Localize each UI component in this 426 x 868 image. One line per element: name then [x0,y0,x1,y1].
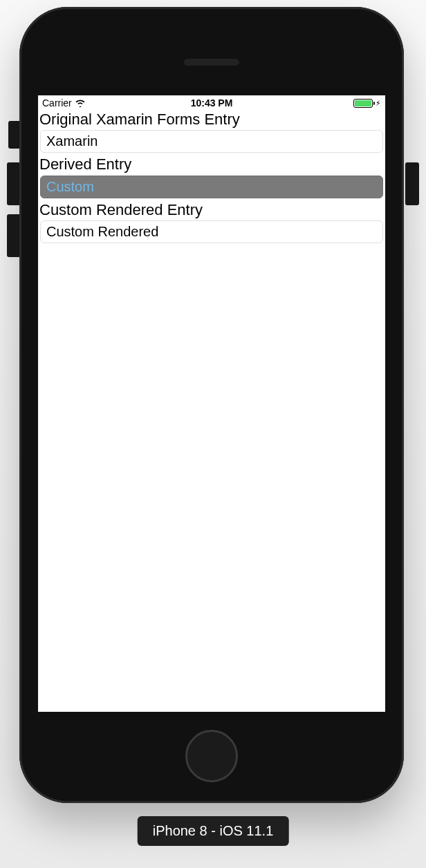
home-button[interactable] [185,730,238,782]
simulator-canvas: Carrier 10:43 PM ⚡︎ [0,0,426,868]
wifi-icon [75,99,86,107]
derived-entry-label: Derived Entry [38,155,385,175]
custom-rendered-entry-field[interactable] [40,220,383,243]
original-entry-field[interactable] [40,130,383,153]
phone-speaker [184,59,239,66]
page-content: Original Xamarin Forms Entry Derived Ent… [38,111,385,246]
battery-icon [353,99,373,108]
original-entry-label: Original Xamarin Forms Entry [38,111,385,130]
charging-icon: ⚡︎ [376,99,381,108]
carrier-label: Carrier [42,97,72,108]
phone-screen: Carrier 10:43 PM ⚡︎ [38,95,385,712]
battery-fill [355,100,371,106]
status-bar: Carrier 10:43 PM ⚡︎ [38,95,385,111]
status-left: Carrier [42,97,86,108]
status-time: 10:43 PM [191,97,233,108]
volume-down-button [7,214,21,257]
power-button [405,162,419,205]
custom-rendered-entry-label: Custom Rendered Entry [38,201,385,220]
derived-entry-field[interactable] [40,176,383,198]
phone-frame: Carrier 10:43 PM ⚡︎ [19,7,404,803]
device-label-pill: iPhone 8 - iOS 11.1 [138,816,289,846]
volume-up-button [7,162,21,205]
status-right: ⚡︎ [353,99,381,108]
